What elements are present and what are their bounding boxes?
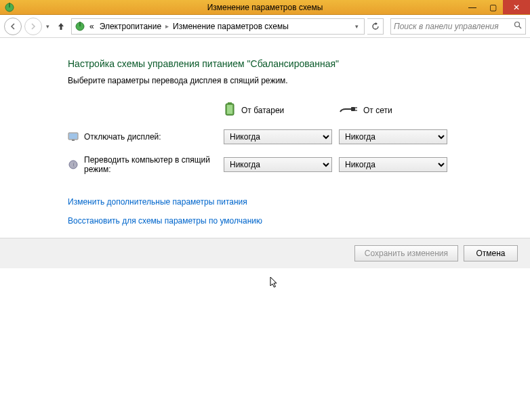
breadcrumb-root-marker: « bbox=[88, 22, 96, 31]
page-subtext: Выберите параметры перевода дисплея в сп… bbox=[68, 76, 516, 85]
nav-up-button[interactable] bbox=[54, 19, 68, 34]
svg-rect-1 bbox=[9, 3, 10, 7]
chevron-right-icon: ▸ bbox=[165, 22, 169, 30]
row-display-off: Отключать дисплей: bbox=[68, 131, 217, 142]
nav-forward-button[interactable] bbox=[24, 18, 42, 35]
svg-line-5 bbox=[519, 26, 521, 28]
window-controls: — ▢ ✕ bbox=[462, 0, 530, 14]
svg-rect-13 bbox=[69, 133, 77, 139]
svg-rect-14 bbox=[72, 140, 75, 141]
window-title: Изменение параметров схемы bbox=[0, 3, 530, 12]
monitor-icon bbox=[68, 131, 79, 142]
column-header-plugged-label: От сети bbox=[363, 106, 392, 115]
maximize-button[interactable]: ▢ bbox=[483, 0, 503, 14]
search-icon bbox=[514, 21, 523, 32]
svg-rect-9 bbox=[351, 107, 355, 111]
restore-defaults-link[interactable]: Восстановить для схемы параметры по умол… bbox=[68, 216, 516, 226]
links-section: Изменить дополнительные параметры питани… bbox=[68, 197, 516, 226]
cancel-button[interactable]: Отмена bbox=[464, 245, 518, 261]
breadcrumb[interactable]: « Электропитание ▸ Изменение параметров … bbox=[71, 18, 365, 35]
column-header-plugged: От сети bbox=[339, 104, 447, 116]
titlebar: Изменение параметров схемы — ▢ ✕ bbox=[0, 0, 530, 15]
svg-point-4 bbox=[515, 22, 520, 26]
breadcrumb-dropdown-icon[interactable]: ▾ bbox=[352, 23, 361, 30]
search-input[interactable]: Поиск в панели управления bbox=[390, 18, 526, 35]
breadcrumb-item-power[interactable]: Электропитание bbox=[98, 22, 163, 31]
svg-rect-3 bbox=[79, 22, 81, 26]
app-icon bbox=[4, 2, 15, 13]
battery-icon bbox=[224, 102, 236, 119]
nav-back-button[interactable] bbox=[4, 18, 22, 35]
content-area: Настройка схемы управления питанием "Сба… bbox=[0, 38, 530, 282]
page-heading: Настройка схемы управления питанием "Сба… bbox=[68, 58, 516, 69]
power-settings-table: От батареи От сети От bbox=[68, 102, 516, 174]
search-placeholder: Поиск в панели управления bbox=[394, 22, 499, 31]
advanced-power-link[interactable]: Изменить дополнительные параметры питани… bbox=[68, 197, 516, 207]
column-header-battery: От батареи bbox=[224, 102, 332, 119]
row-sleep-label: Переводить компьютер в спящий режим: bbox=[84, 155, 217, 174]
button-bar: Сохранить изменения Отмена bbox=[0, 238, 530, 268]
minimize-button[interactable]: — bbox=[462, 0, 483, 14]
svg-rect-8 bbox=[227, 105, 232, 114]
nav-history-dropdown[interactable]: ▾ bbox=[45, 23, 51, 30]
plug-icon bbox=[339, 104, 358, 116]
toolbar: ▾ « Электропитание ▸ Изменение параметро… bbox=[0, 15, 530, 38]
save-button[interactable]: Сохранить изменения bbox=[354, 245, 458, 261]
sleep-plugged-select[interactable]: Никогда bbox=[339, 157, 447, 172]
display-off-plugged-select[interactable]: Никогда bbox=[339, 129, 447, 144]
column-header-battery-label: От батареи bbox=[241, 106, 284, 115]
refresh-button[interactable] bbox=[367, 18, 384, 35]
row-sleep: Переводить компьютер в спящий режим: bbox=[68, 155, 217, 174]
display-off-battery-select[interactable]: Никогда bbox=[224, 129, 332, 144]
power-options-icon bbox=[75, 21, 85, 32]
sleep-battery-select[interactable]: Никогда bbox=[224, 157, 332, 172]
close-button[interactable]: ✕ bbox=[503, 0, 530, 14]
breadcrumb-item-edit-plan[interactable]: Изменение параметров схемы bbox=[171, 22, 290, 31]
row-display-off-label: Отключать дисплей: bbox=[84, 132, 161, 142]
moon-icon bbox=[68, 159, 79, 170]
